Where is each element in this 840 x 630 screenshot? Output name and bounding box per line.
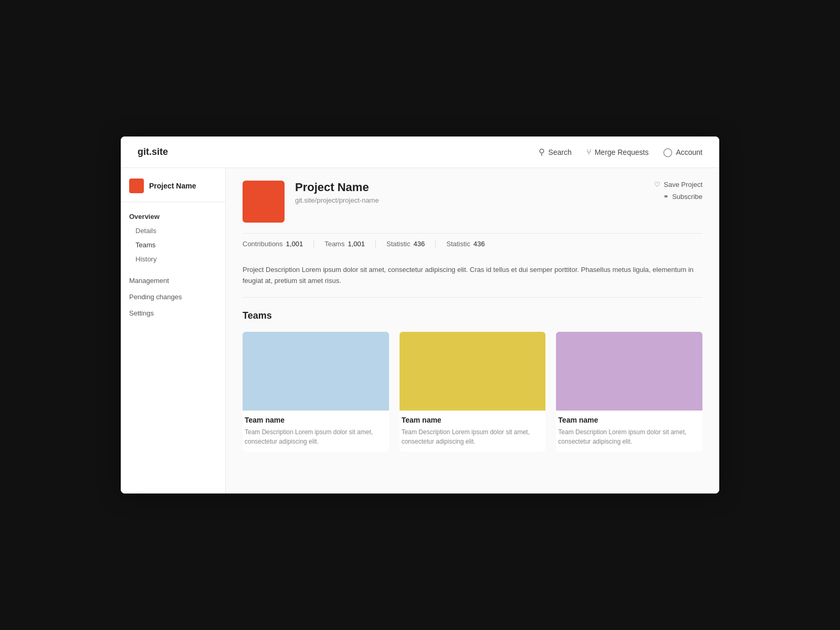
stat-value-0: 1,001 — [286, 240, 303, 248]
team-card-body-0: Team name Team Description Lorem ipsum d… — [243, 411, 389, 452]
stat-item-3: Statistic436 — [446, 240, 495, 248]
account-icon: ◯ — [663, 147, 673, 157]
stat-label-0: Contributions — [243, 240, 283, 248]
sidebar-item-pending[interactable]: Pending changes — [121, 289, 225, 305]
project-url: git.site/project/project-name — [295, 196, 644, 204]
top-nav-actions: ⚲ Search ⑂ Merge Requests ◯ Account — [539, 147, 702, 157]
team-card-image-0 — [243, 332, 389, 411]
stats-bar: Contributions1,001Teams1,001Statistic436… — [243, 233, 702, 254]
team-card-name-2: Team name — [558, 416, 700, 424]
team-card-desc-2: Team Description Lorem ipsum dolor sit a… — [558, 427, 700, 446]
team-card-body-1: Team name Team Description Lorem ipsum d… — [400, 411, 546, 452]
stat-value-1: 1,001 — [348, 240, 365, 248]
browser-window: git.site ⚲ Search ⑂ Merge Requests ◯ Acc… — [121, 136, 719, 494]
account-label: Account — [676, 148, 702, 156]
sidebar: Project Name Overview Details Teams Hist… — [121, 168, 226, 494]
stat-label-1: Teams — [324, 240, 344, 248]
account-button[interactable]: ◯ Account — [663, 147, 702, 157]
sidebar-item-history[interactable]: History — [121, 252, 225, 266]
site-logo: git.site — [138, 146, 168, 158]
save-project-button[interactable]: ♡ Save Project — [654, 181, 702, 188]
save-project-label: Save Project — [664, 181, 702, 188]
sidebar-item-details[interactable]: Details — [121, 224, 225, 238]
stat-label-3: Statistic — [446, 240, 470, 248]
project-logo — [243, 181, 285, 223]
team-card-image-2 — [556, 332, 702, 411]
team-card-2[interactable]: Team name Team Description Lorem ipsum d… — [556, 332, 702, 452]
top-nav: git.site ⚲ Search ⑂ Merge Requests ◯ Acc… — [121, 136, 719, 168]
team-card-desc-0: Team Description Lorem ipsum dolor sit a… — [245, 427, 387, 446]
sidebar-item-teams[interactable]: Teams — [121, 238, 225, 252]
team-card-1[interactable]: Team name Team Description Lorem ipsum d… — [400, 332, 546, 452]
sidebar-item-settings[interactable]: Settings — [121, 305, 225, 321]
subscribe-button[interactable]: ⚭ Subscribe — [663, 193, 702, 201]
team-card-name-1: Team name — [402, 416, 544, 424]
sidebar-project-name: Project Name — [149, 182, 196, 190]
team-card-body-2: Team name Team Description Lorem ipsum d… — [556, 411, 702, 452]
team-card-name-0: Team name — [245, 416, 387, 424]
project-header: Project Name git.site/project/project-na… — [243, 181, 702, 223]
search-button[interactable]: ⚲ Search — [539, 147, 571, 157]
teams-grid: Team name Team Description Lorem ipsum d… — [243, 332, 702, 452]
stat-item-0: Contributions1,001 — [243, 240, 314, 248]
stat-value-2: 436 — [414, 240, 425, 248]
sidebar-item-management[interactable]: Management — [121, 272, 225, 289]
main-content: Project Name git.site/project/project-na… — [226, 168, 719, 494]
layout: Project Name Overview Details Teams Hist… — [121, 168, 719, 494]
team-card-image-1 — [400, 332, 546, 411]
stat-item-2: Statistic436 — [386, 240, 436, 248]
sidebar-overview-label: Overview — [121, 211, 225, 223]
merge-icon: ⑂ — [586, 148, 592, 157]
bell-icon: ⚭ — [663, 193, 669, 201]
project-icon — [129, 178, 144, 193]
search-icon: ⚲ — [539, 147, 545, 157]
merge-requests-button[interactable]: ⑂ Merge Requests — [586, 148, 649, 157]
sidebar-project: Project Name — [121, 178, 225, 202]
merge-requests-label: Merge Requests — [595, 148, 649, 156]
project-info: Project Name git.site/project/project-na… — [295, 181, 644, 204]
team-card-desc-1: Team Description Lorem ipsum dolor sit a… — [402, 427, 544, 446]
subscribe-label: Subscribe — [672, 193, 702, 201]
teams-section-title: Teams — [243, 310, 702, 321]
stat-item-1: Teams1,001 — [324, 240, 376, 248]
search-label: Search — [548, 148, 571, 156]
stat-label-2: Statistic — [386, 240, 411, 248]
project-description: Project Description Lorem ipsum dolor si… — [243, 265, 702, 298]
team-card-0[interactable]: Team name Team Description Lorem ipsum d… — [243, 332, 389, 452]
stat-value-3: 436 — [474, 240, 485, 248]
project-title: Project Name — [295, 181, 644, 194]
project-actions: ♡ Save Project ⚭ Subscribe — [654, 181, 702, 201]
heart-icon: ♡ — [654, 181, 660, 188]
